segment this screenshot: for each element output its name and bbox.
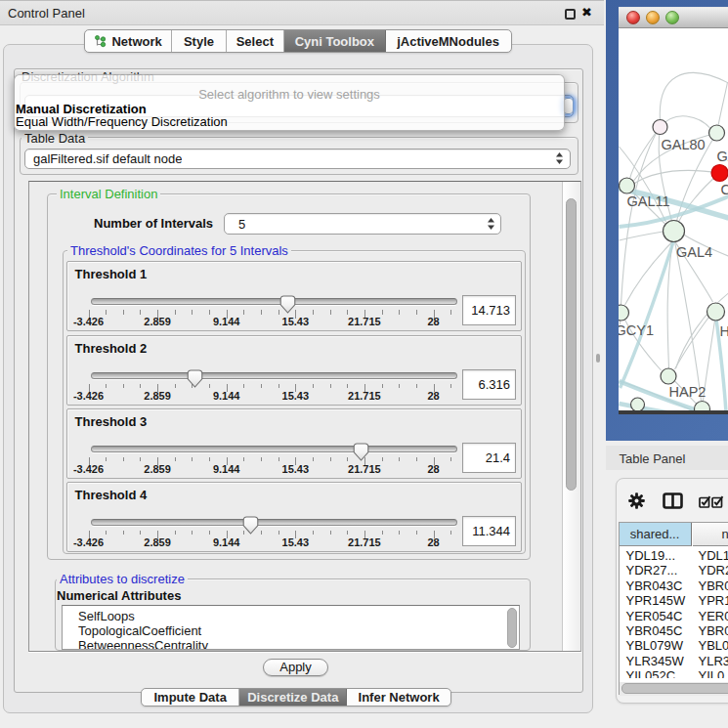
slider-tick (278, 384, 279, 389)
splitter-handle[interactable] (596, 354, 600, 363)
tab-network[interactable]: Network (85, 30, 172, 52)
slider-scale-label: -3.426 (73, 536, 104, 548)
table-data-combobox[interactable]: galFiltered.sif default node (24, 149, 571, 169)
control-panel-tabs: NetworkStyleSelectCyni ToolboxjActiveMNo… (84, 29, 512, 53)
table-row[interactable]: YBR045CYBR0 (620, 623, 728, 638)
table-header-shared-name[interactable]: shared... (620, 523, 692, 547)
slider-tick (106, 457, 107, 462)
threshold-value-field[interactable]: 11.344 (462, 516, 516, 546)
tab-label: Style (184, 34, 214, 49)
graph-node[interactable] (711, 165, 728, 182)
slider-track[interactable] (91, 519, 457, 526)
slider-scale-label: -3.426 (73, 463, 104, 475)
settings-scrollbar[interactable] (562, 182, 580, 651)
network-canvas[interactable]: GAL80GALCGAL11GAL4GCY1HISHAP2 (619, 28, 728, 410)
tab-style[interactable]: Style (172, 30, 226, 52)
gear-icon[interactable] (628, 492, 645, 509)
attribute-item[interactable]: TopologicalCoefficient (78, 623, 201, 638)
slider-tick (209, 457, 210, 462)
attribute-item[interactable]: BetweennessCentrality (78, 638, 208, 649)
tab-jactivemnodules[interactable]: jActiveMNodules (386, 30, 511, 52)
table-row[interactable]: YER054CYER0 (620, 609, 728, 623)
slider-thumb[interactable] (353, 443, 369, 461)
slider-thumb[interactable] (279, 295, 296, 314)
slider-tick (313, 531, 314, 535)
zoom-light-icon[interactable] (665, 11, 679, 24)
float-window-icon[interactable] (565, 9, 576, 20)
table-row[interactable]: YLR345WYLR3 (620, 654, 728, 668)
popup-prompt-item[interactable]: Select algorithm to view settings (15, 87, 564, 102)
threshold-label: Threshold 3 (75, 414, 148, 429)
table-row[interactable]: YBL079WYBL0 (620, 638, 728, 653)
slider-tick (192, 310, 193, 315)
popup-item-equal-width[interactable]: Equal Width/Frequency Discretization (16, 114, 228, 129)
number-of-intervals-combobox[interactable]: 5 (224, 213, 501, 235)
check-all-icon[interactable] (699, 495, 711, 508)
table-row[interactable]: YBR043CYBR0 (620, 578, 728, 593)
graph-node[interactable] (708, 125, 724, 141)
graph-node[interactable] (630, 398, 644, 410)
graph-node-label: GAL4 (676, 244, 712, 260)
tab-label: Cyni Toolbox (295, 34, 374, 49)
tab-select[interactable]: Select (227, 30, 284, 52)
slider-tick (243, 310, 244, 315)
close-icon[interactable]: ✖ (581, 5, 592, 20)
threshold-value-field[interactable]: 6.316 (462, 369, 516, 400)
graph-node-label: GCY1 (619, 322, 654, 338)
cell-name: YIL0 (699, 668, 725, 678)
slider-track[interactable] (91, 372, 457, 379)
graph-node[interactable] (661, 368, 676, 384)
table-horizontal-scrollbar[interactable] (620, 682, 728, 696)
table-row[interactable]: YDL19...YDL1 (620, 548, 728, 563)
cyni-mode-tabs: Impute DataDiscretize DataInfer Network (141, 688, 451, 707)
slider-track[interactable] (91, 446, 457, 452)
slider-tick (192, 531, 193, 535)
slider-scale-label: 21.715 (348, 316, 381, 327)
number-of-intervals-value: 5 (225, 217, 245, 232)
slider-tick (330, 531, 331, 535)
slider-tick (175, 457, 176, 462)
numerical-attributes-list[interactable]: SelfLoopsTopologicalCoefficientBetweenne… (62, 605, 520, 650)
thresholds-group-title: Threshold's Coordinates for 5 Intervals (67, 243, 291, 258)
threshold-value-field[interactable]: 21.4 (462, 443, 516, 473)
graph-node[interactable] (694, 402, 709, 411)
network-window-titlebar[interactable] (619, 7, 728, 29)
slider-tick (106, 384, 107, 389)
network-canvas-bottom-edge (619, 410, 728, 414)
attribute-item[interactable]: SelfLoops (78, 609, 135, 623)
threshold-value-field[interactable]: 14.713 (462, 295, 516, 325)
check-some-icon[interactable] (711, 495, 724, 508)
graph-node[interactable] (619, 178, 634, 193)
minimize-light-icon[interactable] (646, 11, 660, 24)
tab-infer-network[interactable]: Infer Network (347, 689, 450, 706)
slider-scale-label: 9.144 (213, 316, 240, 327)
graph-node[interactable] (707, 303, 724, 321)
table-row[interactable]: YIL052CYIL0 (620, 668, 728, 678)
table-header-name[interactable]: n (693, 523, 728, 547)
tab-discretize-data[interactable]: Discretize Data (239, 689, 347, 706)
graph-node[interactable] (619, 305, 629, 321)
tab-cyni-toolbox[interactable]: Cyni Toolbox (284, 30, 386, 52)
table-row[interactable]: YPR145WYPR1 (620, 593, 728, 608)
attributes-list-scrollbar[interactable] (505, 606, 519, 649)
control-panel-titlebar: Control Panel ✖ (0, 0, 604, 25)
apply-button[interactable]: Apply (263, 659, 328, 676)
graph-node[interactable] (663, 221, 684, 242)
slider-thumb[interactable] (242, 516, 259, 535)
table-row[interactable]: YDR27...YDR2 (620, 563, 728, 578)
attributes-list-scrollbar-thumb[interactable] (507, 608, 517, 648)
tab-impute-data[interactable]: Impute Data (142, 689, 239, 706)
settings-scrollbar-thumb[interactable] (566, 198, 578, 491)
threshold-panel-4: Threshold 4-3.4262.8599.14415.4321.71528… (66, 482, 523, 552)
tab-label: Impute Data (153, 690, 226, 705)
graph-node[interactable] (653, 120, 667, 135)
close-light-icon[interactable] (626, 11, 640, 24)
slider-thumb[interactable] (187, 369, 203, 388)
threshold-label: Threshold 2 (75, 341, 148, 356)
cell-shared-name: YBL079W (626, 638, 684, 653)
columns-icon[interactable] (663, 492, 683, 509)
slider-scale-label: 9.144 (213, 536, 240, 548)
slider-track[interactable] (91, 298, 457, 305)
table-horizontal-scrollbar-thumb[interactable] (621, 683, 728, 694)
table-data-combo-value: galFiltered.sif default node (25, 151, 182, 166)
